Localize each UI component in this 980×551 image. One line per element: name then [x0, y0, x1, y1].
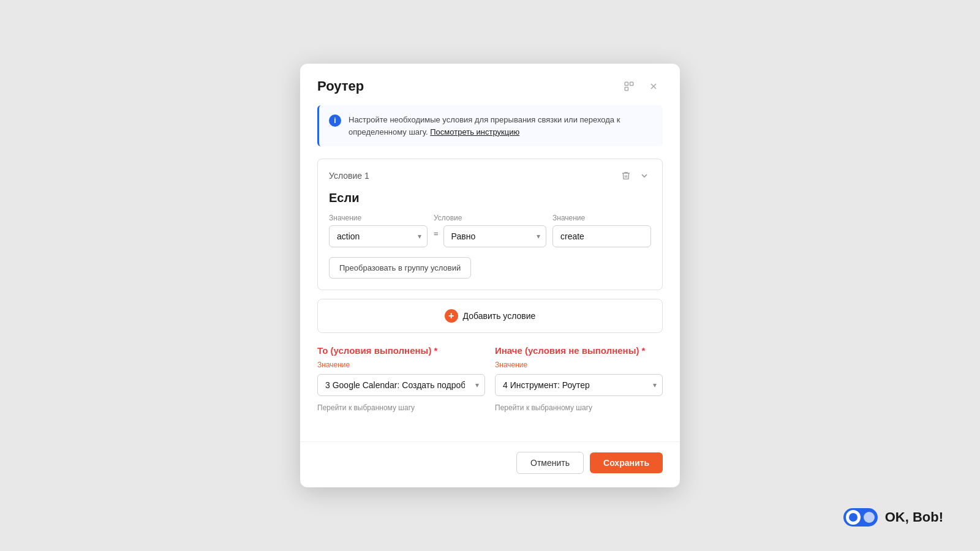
- then-section: То (условия выполнены) * Значение 3 Goog…: [317, 345, 485, 412]
- value-select[interactable]: action: [329, 225, 428, 247]
- condition-fields-row: Значение action ▾ Условие =: [329, 214, 651, 247]
- value2-input[interactable]: [552, 225, 651, 247]
- condition-label: Условие: [434, 214, 546, 222]
- cancel-button[interactable]: Отменить: [516, 452, 584, 474]
- condition-card-actions: [619, 169, 651, 182]
- save-button[interactable]: Сохранить: [590, 452, 663, 473]
- add-condition-bar[interactable]: + Добавить условие: [317, 299, 663, 333]
- modal-footer: Отменить Сохранить: [300, 441, 680, 487]
- condition-select-wrapper: Равно ▾: [443, 225, 546, 247]
- else-nav-link: Перейти к выбранному шагу: [495, 403, 663, 412]
- convert-button[interactable]: Преобразовать в группу условий: [329, 257, 471, 279]
- restore-button[interactable]: [620, 77, 638, 96]
- modal-body: i Настройте необходимые условия для прер…: [300, 105, 680, 441]
- collapse-condition-button[interactable]: [638, 169, 651, 182]
- then-value-label: Значение: [317, 361, 485, 369]
- ok-bob-bubble: [846, 510, 861, 525]
- condition-select-row: = Равно ▾: [434, 225, 546, 247]
- else-section: Иначе (условия не выполнены) * Значение …: [495, 345, 663, 412]
- modal-overlay: Роутер: [0, 0, 980, 551]
- value-label: Значение: [329, 214, 428, 222]
- svg-rect-1: [630, 82, 633, 85]
- then-select[interactable]: 3 Google Calendar: Создать подробно: [317, 374, 485, 396]
- ok-bob-toggle[interactable]: [843, 508, 878, 527]
- ok-bob-text: OK, Bob!: [885, 509, 943, 525]
- value-select-wrapper: action ▾: [329, 225, 428, 247]
- else-title: Иначе (условия не выполнены) *: [495, 345, 663, 356]
- else-select-wrapper: 4 Инструмент: Роутер ▾: [495, 374, 663, 396]
- then-nav-link: Перейти к выбранному шагу: [317, 403, 485, 412]
- value-field-group: Значение action ▾: [329, 214, 428, 247]
- info-banner: i Настройте необходимые условия для прер…: [317, 105, 663, 146]
- modal-header: Роутер: [300, 64, 680, 105]
- svg-rect-2: [625, 88, 628, 91]
- condition-field-group: Условие = Равно ▾: [434, 214, 546, 247]
- modal-title: Роутер: [317, 78, 364, 94]
- value2-label: Значение: [552, 214, 651, 222]
- close-button[interactable]: [644, 77, 663, 96]
- value2-field-group: Значение: [552, 214, 651, 247]
- then-title: То (условия выполнены) *: [317, 345, 485, 356]
- if-label: Если: [329, 191, 651, 205]
- router-modal: Роутер: [300, 64, 680, 487]
- bottom-fields: То (условия выполнены) * Значение 3 Goog…: [317, 345, 663, 412]
- ok-bob-badge: OK, Bob!: [843, 508, 943, 527]
- ok-bob-face-icon: [849, 513, 858, 522]
- delete-condition-button[interactable]: [619, 169, 633, 182]
- info-icon: i: [329, 114, 341, 127]
- svg-rect-0: [625, 82, 628, 85]
- modal-header-actions: [620, 77, 663, 96]
- then-select-wrapper: 3 Google Calendar: Создать подробно ▾: [317, 374, 485, 396]
- condition-prefix: =: [434, 229, 439, 238]
- condition-select[interactable]: Равно: [443, 225, 546, 247]
- condition-card-title: Условие 1: [329, 171, 369, 181]
- add-icon: +: [445, 309, 458, 323]
- condition-card: Условие 1: [317, 159, 663, 290]
- info-text: Настройте необходимые условия для прерыв…: [349, 114, 653, 138]
- info-link[interactable]: Посмотреть инструкцию: [430, 127, 519, 137]
- condition-card-header: Условие 1: [329, 169, 651, 182]
- else-value-label: Значение: [495, 361, 663, 369]
- else-select[interactable]: 4 Инструмент: Роутер: [495, 374, 663, 396]
- add-condition-label: Добавить условие: [463, 311, 536, 321]
